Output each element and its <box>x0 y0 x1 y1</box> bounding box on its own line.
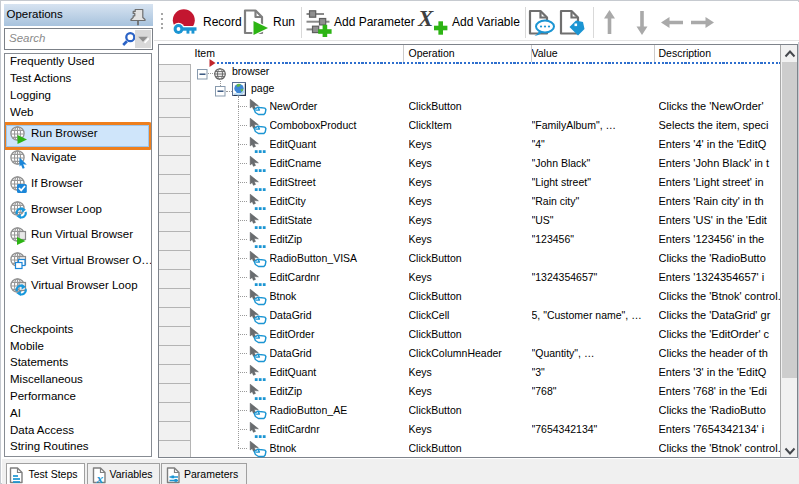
svg-text:x: x <box>95 471 103 484</box>
